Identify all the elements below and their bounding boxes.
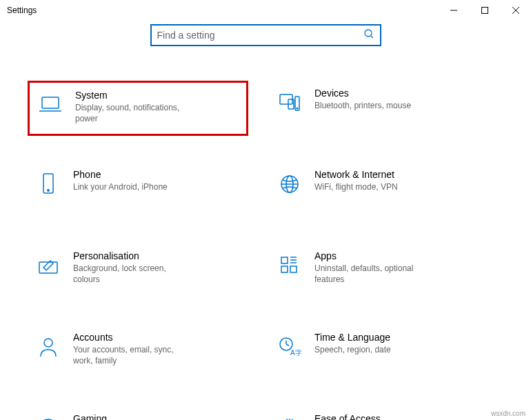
category-phone[interactable]: Phone Link your Android, iPhone xyxy=(28,162,248,217)
category-title: Devices xyxy=(314,88,411,99)
devices-icon xyxy=(277,90,302,115)
svg-rect-1 xyxy=(481,8,488,14)
category-title: Ease of Access xyxy=(314,413,432,420)
window-title: Settings xyxy=(7,6,37,15)
category-gaming[interactable]: Gaming Xbox Game Bar, captures, Game Mod… xyxy=(28,406,248,420)
svg-line-27 xyxy=(286,344,289,346)
svg-point-4 xyxy=(365,30,372,37)
category-title: Personalisation xyxy=(73,250,190,261)
svg-rect-20 xyxy=(290,266,297,272)
person-icon xyxy=(36,334,61,359)
svg-rect-6 xyxy=(42,97,59,108)
category-accounts[interactable]: Accounts Your accounts, email, sync, wor… xyxy=(28,325,248,380)
category-desc: Uninstall, defaults, optional features xyxy=(314,263,432,285)
category-title: Accounts xyxy=(73,332,190,343)
category-desc: Speech, region, date xyxy=(314,344,391,355)
category-title: Gaming xyxy=(73,413,190,420)
xbox-icon xyxy=(36,416,61,420)
search-box[interactable] xyxy=(150,24,381,46)
svg-rect-19 xyxy=(281,266,288,272)
category-grid: System Display, sound, notifications, po… xyxy=(0,81,531,420)
close-button[interactable] xyxy=(500,0,531,21)
category-title: System xyxy=(75,90,192,101)
watermark: wsxdn.com xyxy=(491,410,525,417)
category-desc: WiFi, flight mode, VPN xyxy=(314,181,398,192)
svg-point-11 xyxy=(297,108,298,109)
apps-icon xyxy=(277,253,302,278)
titlebar: Settings xyxy=(0,0,531,21)
category-desc: Bluetooth, printers, mouse xyxy=(314,100,411,111)
category-time-language[interactable]: A字 Time & Language Speech, region, date xyxy=(269,325,490,380)
category-personalisation[interactable]: Personalisation Background, lock screen,… xyxy=(28,243,248,299)
minimize-button[interactable] xyxy=(438,0,469,21)
search-icon xyxy=(363,28,374,42)
maximize-button[interactable] xyxy=(469,0,500,21)
paintbrush-icon xyxy=(36,253,61,278)
accessibility-icon xyxy=(277,416,302,420)
category-title: Time & Language xyxy=(314,332,391,343)
category-apps[interactable]: Apps Uninstall, defaults, optional featu… xyxy=(269,243,490,299)
globe-icon xyxy=(277,172,302,197)
category-network[interactable]: Network & Internet WiFi, flight mode, VP… xyxy=(269,162,490,217)
svg-line-5 xyxy=(371,36,373,38)
category-desc: Background, lock screen, colours xyxy=(73,263,190,285)
svg-text:A字: A字 xyxy=(290,349,301,357)
category-title: Network & Internet xyxy=(314,169,398,180)
phone-icon xyxy=(36,172,61,197)
category-devices[interactable]: Devices Bluetooth, printers, mouse xyxy=(269,81,490,136)
svg-rect-18 xyxy=(281,257,288,263)
svg-point-24 xyxy=(44,339,52,347)
search-input[interactable] xyxy=(157,30,363,41)
category-ease-of-access[interactable]: Ease of Access Narrator, magnifier, high… xyxy=(269,406,490,420)
window-controls xyxy=(438,0,531,21)
svg-point-13 xyxy=(48,190,49,191)
category-system[interactable]: System Display, sound, notifications, po… xyxy=(28,81,248,136)
time-language-icon: A字 xyxy=(277,334,302,359)
category-title: Apps xyxy=(314,250,432,261)
content-area: System Display, sound, notifications, po… xyxy=(0,21,531,420)
category-desc: Display, sound, notifications, power xyxy=(75,102,192,124)
category-desc: Your accounts, email, sync, work, family xyxy=(73,344,190,366)
category-desc: Link your Android, iPhone xyxy=(73,181,168,192)
category-title: Phone xyxy=(73,169,168,180)
laptop-icon xyxy=(38,92,63,117)
